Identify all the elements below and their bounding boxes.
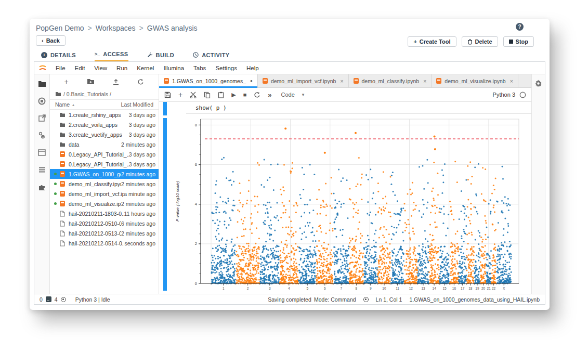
terminal-count[interactable]: 0 xyxy=(40,296,43,303)
file-row[interactable]: 0.Legacy_API_Tutorial_...3 days ago xyxy=(50,149,159,159)
file-name: 2.create_voila_apps xyxy=(69,122,129,128)
menu-tabs[interactable]: Tabs xyxy=(189,65,211,71)
file-row[interactable]: 1.create_rshiny_apps3 days ago xyxy=(50,110,159,120)
dirty-dot-icon[interactable]: ● xyxy=(250,79,253,83)
file-row[interactable]: hail-20210212-0513-0...2 minutes ago xyxy=(50,228,159,238)
file-modified: 3 days ago xyxy=(129,122,155,128)
notebook-tab-visualize[interactable]: demo_ml_visualize.ipynb × xyxy=(432,74,518,87)
add-cell-icon[interactable]: + xyxy=(178,90,182,99)
restart-run-all-icon[interactable]: » xyxy=(268,91,271,99)
svg-text:2: 2 xyxy=(195,241,197,246)
new-launcher-icon[interactable]: + xyxy=(64,77,69,86)
manhattan-plot-svg: 0246812345678910111213141516171819202122… xyxy=(172,116,524,294)
create-tool-button[interactable]: + Create Tool xyxy=(408,36,456,47)
menu-help[interactable]: Help xyxy=(242,65,264,71)
file-row[interactable]: 3.create_vuetify_apps3 days ago xyxy=(50,129,159,139)
svg-text:8: 8 xyxy=(195,123,197,127)
file-row[interactable]: 1.GWAS_on_1000_geno...2 minutes ago xyxy=(50,169,159,179)
notebook-main: 1.GWAS_on_1000_genomes_ ● demo_ml_import… xyxy=(159,74,531,294)
svg-text:1: 1 xyxy=(223,287,225,290)
file-browser-icon[interactable] xyxy=(38,80,46,88)
file-browser-breadcrumb[interactable]: / 0.Basic_Tutorials / xyxy=(50,89,159,99)
extensions-icon[interactable] xyxy=(38,183,46,191)
close-icon[interactable]: × xyxy=(423,78,426,84)
run-cell-icon[interactable]: ▶ xyxy=(231,92,236,98)
tab-build[interactable]: BUILD xyxy=(147,51,175,62)
menu-file[interactable]: File xyxy=(51,65,70,71)
delete-button[interactable]: Delete xyxy=(462,36,498,47)
settings-gear-icon[interactable] xyxy=(38,131,46,139)
svg-text:11: 11 xyxy=(396,287,399,290)
menu-settings[interactable]: Settings xyxy=(211,65,242,71)
tab-access[interactable]: >_ ACCESS xyxy=(95,51,128,62)
cell-type-dropdown[interactable]: Code ▾ xyxy=(281,92,305,98)
cut-cells-icon[interactable] xyxy=(190,92,197,98)
notebook-content[interactable]: show( p ) 024681234567891011121314151617… xyxy=(159,102,531,294)
property-inspector-gear-icon[interactable] xyxy=(534,80,542,294)
notebook-icon xyxy=(263,78,268,84)
jupyter-menubar: File Edit View Run Kernel Illumina Tabs … xyxy=(34,62,545,74)
upload-icon[interactable] xyxy=(113,79,119,85)
notebook-tab-import-vcf[interactable]: demo_ml_import_vcf.ipynb × xyxy=(258,74,349,87)
info-icon: i xyxy=(41,52,47,58)
file-row[interactable]: demo_ml_import_vcf.ip...a minute ago xyxy=(50,189,159,199)
menu-kernel[interactable]: Kernel xyxy=(132,65,159,71)
cursor-position[interactable]: Ln 1, Col 1 xyxy=(376,296,402,303)
commands-icon[interactable] xyxy=(38,114,46,122)
left-sidebar-strip xyxy=(34,74,50,294)
file-row[interactable]: data2 minutes ago xyxy=(50,139,159,149)
tab-details-label: DETAILS xyxy=(50,52,76,58)
file-row[interactable]: demo_ml_visualize.ipynb2 minutes ago xyxy=(50,199,159,209)
kernel-count[interactable]: 4 xyxy=(55,296,58,303)
code-cell-row[interactable]: show( p ) xyxy=(186,102,531,114)
file-modified: 2 minutes ago xyxy=(121,230,155,237)
file-row[interactable]: hail-20210212-0510-0...6 minutes ago xyxy=(50,218,159,228)
svg-text:2: 2 xyxy=(247,287,249,290)
running-sessions-icon[interactable] xyxy=(38,97,46,105)
tabs-icon[interactable] xyxy=(38,148,46,157)
close-icon[interactable]: × xyxy=(340,78,343,84)
breadcrumb-workspaces[interactable]: Workspaces xyxy=(96,24,136,32)
right-sidebar-strip xyxy=(531,74,545,294)
editor-mode[interactable]: Mode: Command xyxy=(314,296,356,303)
tab-activity[interactable]: ACTIVITY xyxy=(193,51,229,62)
file-row[interactable]: 0.Legacy_API_Tutorial_...3 days ago xyxy=(50,159,159,169)
breadcrumb-app[interactable]: PopGen Demo xyxy=(36,24,84,32)
stop-button[interactable]: Stop xyxy=(503,36,534,47)
table-of-contents-icon[interactable] xyxy=(38,165,46,174)
svg-text:3: 3 xyxy=(269,287,271,290)
menu-run[interactable]: Run xyxy=(112,65,132,71)
kernel-indicator[interactable]: Python 3 xyxy=(493,92,526,98)
file-row[interactable]: hail-20210211-1803-0...11 hours ago xyxy=(50,209,159,218)
kernel-status[interactable]: Python 3 | Idle xyxy=(75,296,110,303)
svg-text:12: 12 xyxy=(409,287,413,290)
new-folder-icon[interactable] xyxy=(87,79,95,85)
help-icon[interactable]: ? xyxy=(516,23,524,31)
restart-kernel-icon[interactable] xyxy=(254,92,260,98)
file-row[interactable]: demo_ml_classify.ipynb2 minutes ago xyxy=(50,179,159,189)
file-icon xyxy=(58,220,66,227)
sort-caret-icon: ▴ xyxy=(72,102,74,107)
menu-view[interactable]: View xyxy=(89,65,112,71)
notebook-tab-gwas[interactable]: 1.GWAS_on_1000_genomes_ ● xyxy=(159,74,258,87)
breadcrumb: PopGen Demo>Workspaces>GWAS analysis xyxy=(36,24,198,32)
workspace-tab-bar: i DETAILS >_ ACCESS BUILD ACTIVITY xyxy=(41,51,229,62)
file-row[interactable]: 2.create_voila_apps3 days ago xyxy=(50,120,159,129)
close-icon[interactable]: × xyxy=(510,78,513,84)
menu-illumina[interactable]: Illumina xyxy=(159,65,189,71)
paste-cells-icon[interactable] xyxy=(218,92,224,98)
running-kernel-dot xyxy=(54,183,57,185)
menu-edit[interactable]: Edit xyxy=(70,65,90,71)
sort-by-name[interactable]: Name ▴ xyxy=(55,101,121,108)
tab-details[interactable]: i DETAILS xyxy=(41,51,76,62)
notebook-tab-classify[interactable]: demo_ml_classify.ipynb × xyxy=(349,74,432,87)
copy-cells-icon[interactable] xyxy=(204,92,211,98)
svg-text:X: X xyxy=(503,287,505,290)
back-button[interactable]: ‹ Back xyxy=(36,35,66,46)
file-row[interactable]: hail-20210212-0514-0...seconds ago xyxy=(50,238,159,248)
save-icon[interactable] xyxy=(164,92,171,98)
refresh-icon[interactable] xyxy=(137,79,144,85)
file-name: 3.create_vuetify_apps xyxy=(69,132,129,138)
interrupt-kernel-icon[interactable]: ■ xyxy=(243,92,247,98)
file-modified: 3 days ago xyxy=(129,161,155,167)
